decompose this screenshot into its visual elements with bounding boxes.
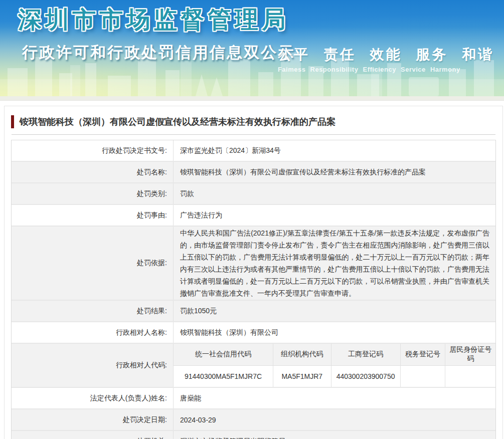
header-banner: 深圳市市场监督管理局 行政许可和行政处罚信用信息双公示 公平 责任 效能 服务 … [0, 0, 504, 96]
row-label: 行政相对人代码: [12, 344, 174, 387]
row-value: 罚款 [174, 183, 495, 204]
codes-header-org-code: 组织机构代码 [273, 344, 331, 365]
case-title-row: 铵琪智能科技（深圳）有限公司虚假宣传以及经营未标注有效执行标准的产品案 [11, 115, 496, 128]
table-row-penalty-authority: 处罚机关: 深圳市市场监督管理局光明监管局 [12, 431, 495, 439]
row-value: 广告违法行为 [174, 205, 495, 226]
case-title: 铵琪智能科技（深圳）有限公司虚假宣传以及经营未标注有效执行标准的产品案 [20, 116, 335, 128]
row-value: 中华人民共和国广告法(2021修正)/第五章法律责任/第五十五条/第一款违反本法… [174, 227, 495, 300]
row-label: 处罚事由: [12, 205, 174, 226]
codes-header-row: 统一社会信用代码 组织机构代码 工商登记码 税务登记号 居民身份证号码 [174, 344, 495, 365]
slogan-english: Faimess Responsibility Efficiency Servic… [278, 66, 494, 73]
table-row-penalty-category: 处罚类别: 罚款 [12, 183, 495, 205]
table-row-penalty-reason: 处罚事由: 广告违法行为 [12, 205, 495, 227]
row-value: 唐燊能 [174, 388, 495, 408]
row-label: 处罚名称: [12, 162, 174, 182]
table-row-penalty-result: 处罚结果: 罚款1050元 [12, 301, 495, 322]
codes-subtable: 统一社会信用代码 组织机构代码 工商登记码 税务登记号 居民身份证号码 9144… [174, 344, 495, 387]
row-label: 处罚依据: [12, 227, 174, 300]
table-row-document-number: 行政处罚决定书文号: 深市监光处罚〔2024〕新湖34号 [12, 140, 495, 162]
table-row-counterpart-name: 行政相对人名称: 铵琪智能科技（深圳）有限公司 [12, 322, 495, 344]
slogan-chinese: 公平 责任 效能 服务 和谐 [278, 45, 494, 64]
codes-value-org-code: MA5F1MJR7 [273, 366, 331, 387]
row-label: 行政处罚决定书文号: [12, 140, 174, 161]
table-row-decision-date: 处罚决定日期: 2024-03-29 [12, 409, 495, 431]
row-value: 铵琪智能科技（深圳）有限公司虚假宣传以及经营未标注有效执行标准的产品案 [174, 162, 495, 182]
row-label: 法定代表人(负责人)姓名: [12, 388, 174, 408]
agency-title: 深圳市市场监督管理局 [18, 4, 289, 36]
codes-header-id-number: 居民身份证号码 [445, 344, 495, 365]
codes-header-tax-reg: 税务登记号 [401, 344, 446, 365]
codes-header-credit-code: 统一社会信用代码 [174, 344, 273, 365]
row-value: 深市监光处罚〔2024〕新湖34号 [174, 140, 495, 161]
table-row-legal-representative: 法定代表人(负责人)姓名: 唐燊能 [12, 388, 495, 409]
row-label: 处罚结果: [12, 301, 174, 321]
content-panel: 铵琪智能科技（深圳）有限公司虚假宣传以及经营未标注有效执行标准的产品案 行政处罚… [4, 106, 503, 439]
row-value: 2024-03-29 [174, 409, 495, 430]
codes-value-business-reg: 440300203900750 [331, 366, 401, 387]
penalty-info-table: 行政处罚决定书文号: 深市监光处罚〔2024〕新湖34号 处罚名称: 铵琪智能科… [11, 140, 496, 439]
row-label: 处罚机关: [12, 431, 174, 439]
codes-value-credit-code: 91440300MA5F1MJR7C [174, 366, 273, 387]
banner-slogan: 公平 责任 效能 服务 和谐 Faimess Responsibility Ef… [278, 45, 494, 73]
table-row-counterpart-codes: 行政相对人代码: 统一社会信用代码 组织机构代码 工商登记码 税务登记号 居民身… [12, 344, 495, 388]
banner-bottom-strip [0, 96, 504, 101]
banner-subtitle: 行政许可和行政处罚信用信息双公示 [22, 42, 295, 63]
row-value: 罚款1050元 [174, 301, 495, 321]
codes-value-row: 91440300MA5F1MJR7C MA5F1MJR7 44030020390… [174, 365, 495, 387]
title-accent-bar [11, 115, 14, 128]
row-label: 处罚类别: [12, 183, 174, 204]
row-value: 铵琪智能科技（深圳）有限公司 [174, 322, 495, 343]
row-value: 深圳市市场监督管理局光明监管局 [174, 431, 495, 439]
codes-value-tax-reg [401, 366, 446, 387]
codes-header-business-reg: 工商登记码 [331, 344, 401, 365]
codes-value-id-number [445, 366, 495, 387]
row-label: 行政相对人名称: [12, 322, 174, 343]
title-divider [12, 134, 495, 135]
table-row-penalty-basis: 处罚依据: 中华人民共和国广告法(2021修正)/第五章法律责任/第五十五条/第… [12, 227, 495, 301]
table-row-penalty-name: 处罚名称: 铵琪智能科技（深圳）有限公司虚假宣传以及经营未标注有效执行标准的产品… [12, 162, 495, 183]
row-label: 处罚决定日期: [12, 409, 174, 430]
